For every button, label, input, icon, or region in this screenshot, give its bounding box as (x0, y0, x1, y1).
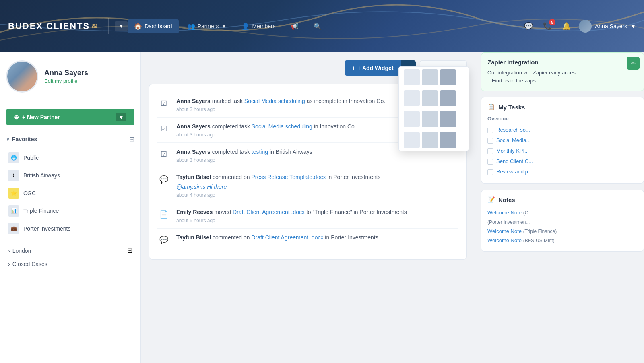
color-swatch-1[interactable] (404, 69, 420, 85)
profile-info: Anna Sayers Edit my profile (44, 69, 134, 85)
nav-members[interactable]: 👤 Members (235, 19, 282, 33)
triple-finance-icon: 📊 (8, 205, 19, 217)
nav-dashboard-label: Dashboard (144, 23, 172, 29)
favorite-item-public[interactable]: 🌐 Public ⋮ (6, 149, 134, 167)
task-checkbox-1[interactable] (487, 128, 493, 133)
notifications-btn[interactable]: 🔔 (560, 20, 573, 33)
task-checked-icon: ☑ (157, 97, 170, 110)
color-swatch-2[interactable] (422, 69, 438, 85)
color-swatch-4[interactable] (404, 90, 420, 106)
task-checkbox-3[interactable] (487, 148, 493, 154)
favorite-item-porter-investments[interactable]: 💼 Porter Investments ⋮ (6, 220, 134, 237)
partners-chevron-icon: ▼ (221, 23, 227, 29)
note-link-3[interactable]: Welcome Note (Triple Finance) (487, 227, 638, 236)
logo-text: BUDEX CLIENTS (8, 21, 90, 31)
activity-link-6[interactable]: Draft Client Agreement .docx (251, 234, 323, 241)
phone-btn[interactable]: 📞 5 (541, 20, 554, 33)
activity-link-3[interactable]: testing (252, 148, 268, 155)
plus-icon: ⊕ (14, 114, 19, 120)
document-icon: 📄 (157, 208, 170, 221)
closed-cases-section[interactable]: › Closed Cases (6, 258, 134, 270)
favorites-title: ∨ Favorites (6, 136, 37, 142)
nav-separator (108, 18, 109, 34)
task-label-4: Send Client C... (496, 158, 533, 164)
color-swatch-3[interactable] (440, 69, 456, 85)
user-chevron-icon: ▼ (630, 23, 636, 29)
activity-link-4[interactable]: Press Release Template.docx (251, 174, 326, 180)
london-label: London (12, 248, 31, 254)
user-name-label: Anna Sayers (595, 23, 627, 29)
add-widget-button[interactable]: + + Add Widget (345, 60, 400, 76)
notes-title: 📝 Notes (487, 196, 638, 203)
comment-icon: 💬 (157, 173, 170, 186)
task-item-4: Send Client C... (487, 156, 638, 167)
color-swatch-9[interactable] (440, 111, 456, 127)
nav-partners[interactable]: 👥 Partners ▼ (181, 19, 233, 33)
activity-text-6: Tayfun Bilsel commented on Draft Client … (176, 233, 458, 242)
chevron-down-icon: ∨ (6, 136, 10, 142)
notes-widget: 📝 Notes Welcome Note (C... (Porter Inves… (481, 190, 644, 252)
search-icon: 🔍 (314, 23, 322, 30)
add-widget-dropdown-menu (398, 66, 469, 151)
color-swatch-5[interactable] (422, 90, 438, 106)
zapier-text: Our integration w... Zapier early acces.… (487, 69, 638, 85)
tasks-widget: 📋 My Tasks Overdue Research so... Social… (481, 97, 644, 184)
color-swatch-7[interactable] (404, 111, 420, 127)
task-checkbox-5[interactable] (487, 169, 493, 175)
activity-link-5[interactable]: Draft Client Agreement .docx (233, 209, 305, 215)
activity-item: 💬 Tayfun Bilsel commented on Press Relea… (157, 168, 458, 203)
color-swatch-6[interactable] (440, 90, 456, 106)
color-swatch-10[interactable] (404, 132, 420, 148)
favorites-add-icon[interactable]: ⊞ (129, 135, 134, 143)
task-label-1: Research so... (496, 127, 530, 133)
edit-profile-link[interactable]: Edit my profile (44, 78, 77, 84)
favorite-item-triple-finance[interactable]: 📊 Triple Finance ⋮ (6, 202, 134, 220)
user-menu-btn[interactable]: Anna Sayers ▼ (579, 20, 636, 33)
tasks-icon: 📋 (487, 103, 495, 111)
logo-wings-icon: ≋ (91, 22, 98, 31)
dashboard-icon: 🏠 (134, 23, 142, 30)
activity-link-1[interactable]: Social Media scheduling (244, 98, 305, 104)
activity-time-3: about 3 hours ago (176, 157, 458, 163)
plus-icon-widget: + (352, 65, 355, 71)
task-checkbox-2[interactable] (487, 138, 493, 144)
note-link-1[interactable]: Welcome Note (C... (487, 208, 638, 217)
note-context-4: (BFS-US Mint) (523, 238, 555, 243)
zapier-widget: Zapier integration Our integration w... … (481, 52, 644, 91)
new-partner-button[interactable]: ⊕ + New Partner ▼ (6, 109, 134, 125)
nav-search[interactable]: 🔍 (307, 19, 328, 33)
note-link-2[interactable]: (Porter Investmen... (487, 217, 638, 227)
profile-name: Anna Sayers (44, 69, 134, 77)
profile-section: Anna Sayers Edit my profile (6, 60, 134, 101)
note-link-4[interactable]: Welcome Note (BFS-US Mint) (487, 236, 638, 245)
bell-icon: 🔔 (562, 22, 571, 30)
london-section[interactable]: › London ⊞ (6, 243, 134, 258)
favorite-item-cgc[interactable]: ⭐ CGC ⋮ (6, 184, 134, 202)
task-item-3: Monthly KPI... (487, 146, 638, 156)
overdue-label: Overdue (487, 116, 638, 122)
nav-dropdown-btn[interactable]: ▼ (115, 21, 128, 31)
user-avatar-small (579, 20, 592, 33)
color-swatch-12[interactable] (440, 132, 456, 148)
chat-icon: 💬 (524, 22, 533, 30)
note-context-3: (Triple Finance) (523, 229, 557, 234)
favorite-item-british-airways[interactable]: ✈ British Airways ⋮ (6, 167, 134, 184)
activity-link-2[interactable]: Social Media scheduling (252, 123, 312, 130)
nav-dashboard[interactable]: 🏠 Dashboard (128, 19, 179, 33)
favorites-section: ∨ Favorites ⊞ 🌐 Public ⋮ ✈ British Airwa… (6, 133, 134, 237)
zapier-title: Zapier integration (487, 59, 638, 66)
color-swatch-11[interactable] (422, 132, 438, 148)
nav-announcements[interactable]: 📢 (284, 19, 305, 33)
favorites-header[interactable]: ∨ Favorites ⊞ (6, 133, 134, 145)
partners-icon: 👥 (187, 23, 195, 30)
note-label-1: Welcome Note (487, 210, 523, 216)
task-checkbox-4[interactable] (487, 159, 493, 165)
chat-btn[interactable]: 💬 (522, 20, 535, 33)
task-item-5: Review and p... (487, 167, 638, 177)
announcements-icon: 📢 (291, 23, 299, 30)
closed-cases-label: Closed Cases (12, 261, 47, 267)
london-add-icon[interactable]: ⊞ (127, 247, 132, 254)
add-widget-label: + Add Widget (357, 65, 393, 71)
color-swatch-8[interactable] (422, 111, 438, 127)
zapier-edit-button[interactable]: ✏ (627, 57, 640, 70)
